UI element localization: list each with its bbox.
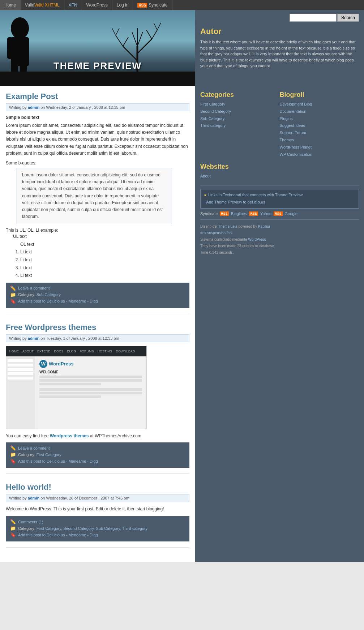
footer-sistema: Sistema controlado mediante WordPress — [200, 236, 359, 243]
delicious-link[interactable]: ▪ Add Theme Preview to del.icio.us — [204, 199, 356, 206]
svg-rect-15 — [11, 37, 29, 66]
ul-item: UL text — [13, 233, 189, 241]
wp-logo: W WordPress — [39, 360, 142, 368]
sidebar-category-3[interactable]: Sub Category — [200, 115, 280, 123]
wp-logo-circle: W — [39, 360, 47, 368]
blogroll-title: Blogroll — [280, 91, 359, 99]
wp-mock-content: W WordPress WELCOME — [35, 356, 146, 429]
comments-icon: ✏️ — [10, 519, 16, 524]
post-meta-wp: Writing by admin on Tuesday, 1 of Januar… — [6, 334, 189, 342]
comment-icon-2: ✏️ — [10, 445, 16, 451]
sidebar-blogroll-col: Blogroll Development Blog Documentation … — [280, 91, 359, 158]
search-area: Search — [200, 14, 359, 22]
leave-comment-link-2[interactable]: Leave a comment — [18, 446, 50, 450]
website-about[interactable]: About — [200, 173, 359, 180]
sidebar-categories-col: Categories First Category Second Categor… — [200, 91, 280, 158]
search-button[interactable]: Search — [337, 14, 359, 22]
svg-line-3 — [123, 37, 128, 46]
delicious-icon: ▪ — [204, 199, 205, 206]
nav-login[interactable]: Log in — [112, 0, 133, 10]
svg-rect-16 — [7, 37, 13, 59]
nav-wordpress[interactable]: WordPress — [82, 0, 112, 10]
post-author-link-3[interactable]: admin — [28, 496, 39, 500]
post-example: Example Post Writing by admin on Wednesd… — [6, 92, 189, 314]
wordpress-screenshot: HOME ABOUT EXTEND DOCS BLOG FORUMS HOSTI… — [6, 346, 150, 429]
sidebar-category-1[interactable]: First Category — [200, 101, 280, 108]
sidebar: Categories First Category Second Categor… — [195, 86, 364, 562]
blogroll-5[interactable]: Support Forum — [280, 129, 359, 137]
post-title-hello: Hello world! — [6, 483, 189, 492]
wp-mock-sidebar — [6, 356, 35, 429]
category-link[interactable]: Sub Category — [37, 292, 61, 297]
trek-link[interactable]: trek suspension fork — [200, 231, 233, 235]
blogroll-3[interactable]: Plugins — [280, 115, 359, 123]
footer-diseno: Diseno del Theme Leia powered by Kapilua — [200, 223, 359, 230]
theme-link[interactable]: Theme Leia — [218, 224, 237, 228]
nav-home[interactable]: Home — [0, 0, 21, 10]
technorati-link[interactable]: ★ Links in Technorati that connects with… — [204, 192, 356, 199]
blogroll-1[interactable]: Development Blog — [280, 101, 359, 108]
svg-line-7 — [132, 32, 137, 46]
blogroll-4[interactable]: Suggest Ideas — [280, 122, 359, 129]
nav-xfn[interactable]: XFN — [64, 0, 82, 10]
addpost-link-2[interactable]: Add this post to Del.icio.us - Meneame -… — [18, 459, 98, 463]
category-link-3[interactable]: First Category, Second Category, Sub Cat… — [37, 526, 147, 531]
post-footer-example: ✏️ Leave a comment 📁 Category: Sub Categ… — [6, 283, 189, 308]
wp-mock-image: HOME ABOUT EXTEND DOCS BLOG FORUMS HOSTI… — [6, 346, 147, 429]
footer-time: Time 0.341 seconds. — [200, 249, 359, 256]
svg-line-6 — [146, 30, 152, 39]
blogroll-6[interactable]: Themes — [280, 137, 359, 144]
post-footer-wp: ✏️ Leave a comment 📁 Category: First Cat… — [6, 442, 189, 468]
blogroll-2[interactable]: Documentation — [280, 108, 359, 115]
technorati-icon: ★ — [204, 192, 207, 198]
nav-syndicate[interactable]: RSS Syndicate — [133, 0, 172, 10]
autor-text: This it is the text where you will have … — [200, 39, 359, 69]
post-author-link-2[interactable]: admin — [28, 336, 39, 340]
addpost-item: 🔖 Add this post to Del.icio.us - Meneame… — [10, 299, 185, 304]
svg-line-12 — [157, 23, 161, 30]
comment-icon: ✏️ — [10, 286, 16, 291]
post-hello-world: Hello world! Writing by admin on Wednesd… — [6, 483, 189, 548]
wordpress-link[interactable]: WordPress — [248, 237, 266, 241]
addpost-item-2: 🔖 Add this post to Del.icio.us - Meneame… — [10, 458, 185, 464]
post-author-link[interactable]: admin — [28, 105, 39, 110]
ground-silhouette — [0, 72, 195, 86]
blockquote: Lorem ipsum dolor sit amet, consectetur … — [17, 168, 172, 224]
addpost-link[interactable]: Add this post to Del.icio.us - Meneame -… — [18, 299, 98, 303]
sidebar-category-4[interactable]: Third category — [200, 122, 280, 129]
li-item-4: Li text — [20, 272, 189, 280]
svg-line-2 — [116, 35, 123, 46]
category-link-2[interactable]: First Category — [37, 453, 61, 457]
li-item-3: Li text — [20, 264, 189, 272]
category-icon-3: 📁 — [10, 526, 16, 531]
google-link[interactable]: Google — [285, 211, 297, 216]
addpost-link-3[interactable]: Add this post to Del.icio.us - Meneame -… — [18, 533, 98, 537]
sidebar-category-2[interactable]: Second Category — [200, 108, 280, 115]
search-input[interactable] — [290, 14, 337, 22]
hello-world-text: Welcome to WordPress. This is your first… — [6, 506, 189, 513]
blogroll-7[interactable]: WordPress Planet — [280, 144, 359, 151]
top-navigation: Home Valid Valid XHTML XFN WordPress Log… — [0, 0, 364, 10]
svg-line-13 — [154, 23, 157, 30]
post-footer-hello: ✏️ Comments (1) 📁 Category: First Catego… — [6, 516, 189, 541]
kapilua-link[interactable]: Kapilua — [258, 224, 270, 228]
header-background: THEME PREVIEW — [0, 10, 195, 86]
nav-xhtml[interactable]: Valid Valid XHTML — [21, 0, 64, 10]
post-meta-example: Writing by admin on Wednesday, 2 of Janu… — [6, 103, 189, 111]
categories-title: Categories — [200, 91, 280, 99]
comments-link[interactable]: Comments (1) — [18, 520, 43, 524]
wp-mock-header: HOME ABOUT EXTEND DOCS BLOG FORUMS HOSTI… — [6, 346, 146, 356]
blogroll-8[interactable]: WP Customization — [280, 151, 359, 158]
addpost-icon-3: 🔖 — [10, 532, 16, 537]
wp-themes-link[interactable]: Wordpress themes — [50, 433, 89, 438]
yahoo-link[interactable]: Yahoo — [260, 211, 271, 216]
leave-comment-item: ✏️ Leave a comment — [10, 286, 185, 291]
bloglines-link[interactable]: Bloglines — [231, 211, 247, 216]
addpost-icon-2: 🔖 — [10, 458, 16, 464]
bloglines-badge: RSS — [220, 211, 229, 216]
bquote-label: Some b-quotes: — [6, 160, 189, 166]
wp-post-text: You can easy find free Wordpress themes … — [6, 433, 189, 440]
leave-comment-link[interactable]: Leave a comment — [18, 286, 50, 290]
syndicate-row: Syndicate RSS Bloglines RSS Yahoo RSS Go… — [200, 211, 359, 216]
rss-badge: RSS — [137, 3, 147, 8]
